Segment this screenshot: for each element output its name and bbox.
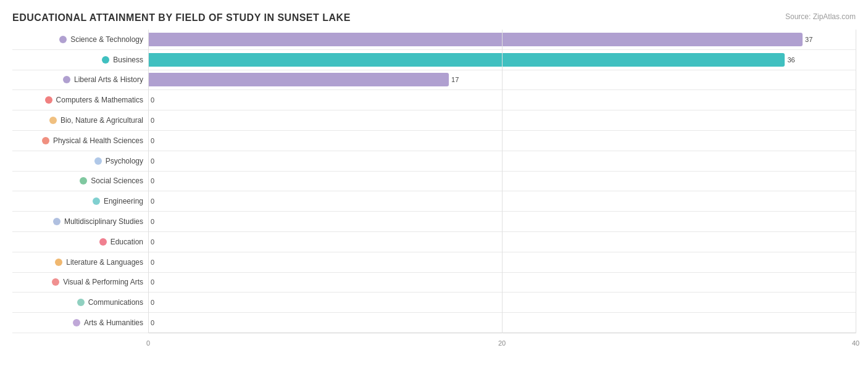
bar-label: Bio, Nature & Agricultural [12,116,148,125]
bars-section: Science & Technology37Business36Liberal … [12,30,856,333]
bar-label-text: Engineering [104,197,143,205]
bar-label: Business [12,56,148,64]
color-dot [49,117,57,124]
bar-row: Engineering0 [12,191,856,212]
color-dot [94,157,102,165]
bar-fill [148,53,785,67]
bar-label-text: Visual & Performing Arts [63,278,143,286]
bar-label: Arts & Humanities [12,318,148,327]
bar-label-text: Computers & Mathematics [56,96,143,104]
color-dot [52,278,59,286]
bar-label-text: Social Sciences [91,176,143,185]
bar-value: 0 [151,96,154,104]
color-dot [53,218,61,225]
bar-label: Liberal Arts & History [12,75,148,84]
bar-value: 0 [151,117,154,124]
bar-fill [148,33,803,46]
bar-value: 0 [151,177,154,185]
chart-title: EDUCATIONAL ATTAINMENT BY FIELD OF STUDY… [12,12,856,23]
color-dot [77,299,85,306]
color-dot [42,137,49,144]
bar-row: Business36 [12,50,856,70]
bar-label-text: Psychology [106,157,143,165]
bar-label: Science & Technology [12,35,148,44]
bar-label-text: Business [113,56,143,64]
bar-label-text: Arts & Humanities [84,318,143,327]
color-dot [59,36,67,43]
bar-value: 0 [151,278,154,286]
bar-label-text: Bio, Nature & Agricultural [61,116,143,125]
chart-area: Science & Technology37Business36Liberal … [12,30,856,352]
bar-row: Visual & Performing Arts0 [12,273,856,293]
bar-value: 0 [151,197,154,205]
bar-label-text: Physical & Health Sciences [53,136,143,145]
color-dot [45,96,52,104]
grid-line [148,30,149,333]
bar-value: 0 [151,157,154,165]
bar-label: Computers & Mathematics [12,96,148,104]
bar-label-text: Education [111,238,143,246]
bar-label-text: Liberal Arts & History [74,75,143,84]
bar-row: Physical & Health Sciences0 [12,131,856,151]
bar-label: Physical & Health Sciences [12,136,148,145]
color-dot [63,76,70,83]
bar-label-text: Multidisciplinary Studies [64,217,143,226]
bar-row: Social Sciences0 [12,172,856,192]
bar-label: Social Sciences [12,176,148,185]
bar-row: Literature & Languages0 [12,252,856,273]
bar-row: Liberal Arts & History17 [12,70,856,91]
bar-row: Bio, Nature & Agricultural0 [12,110,856,131]
bar-label: Engineering [12,197,148,205]
bar-row: Education0 [12,232,856,252]
grid-label: 40 [852,339,859,347]
bar-value: 0 [151,238,154,246]
bar-label: Communications [12,298,148,307]
grid-line [502,30,503,333]
bar-label: Literature & Languages [12,258,148,267]
bar-value: 0 [151,299,154,306]
color-dot [80,177,87,185]
bar-row: Arts & Humanities0 [12,313,856,333]
color-dot [55,259,62,266]
bar-row: Communications0 [12,292,856,313]
bar-row: Psychology0 [12,151,856,172]
bar-label: Education [12,238,148,246]
bar-label-text: Communications [88,298,143,307]
bar-label: Multidisciplinary Studies [12,217,148,226]
bar-value: 17 [451,76,459,83]
bar-row: Multidisciplinary Studies0 [12,212,856,232]
chart-container: EDUCATIONAL ATTAINMENT BY FIELD OF STUDY… [0,0,868,390]
grid-label: 0 [146,339,150,347]
bar-value: 37 [805,36,812,43]
bar-value: 0 [151,259,154,266]
bar-row: Science & Technology37 [12,30,856,50]
bar-value: 36 [787,56,795,64]
color-dot [93,197,100,205]
bar-value: 0 [151,218,154,225]
grid-label: 20 [498,339,506,347]
bar-value: 0 [151,319,154,326]
grid-line [856,30,856,333]
bar-label-text: Science & Technology [70,35,143,44]
bar-value: 0 [151,137,154,144]
bar-label: Visual & Performing Arts [12,278,148,286]
color-dot [73,319,80,326]
bar-fill [148,73,449,86]
source-text: Source: ZipAtlas.com [785,12,856,21]
bar-label: Psychology [12,157,148,165]
color-dot [102,56,109,64]
color-dot [99,238,107,246]
bar-row: Computers & Mathematics0 [12,90,856,110]
bar-label-text: Literature & Languages [66,258,143,267]
